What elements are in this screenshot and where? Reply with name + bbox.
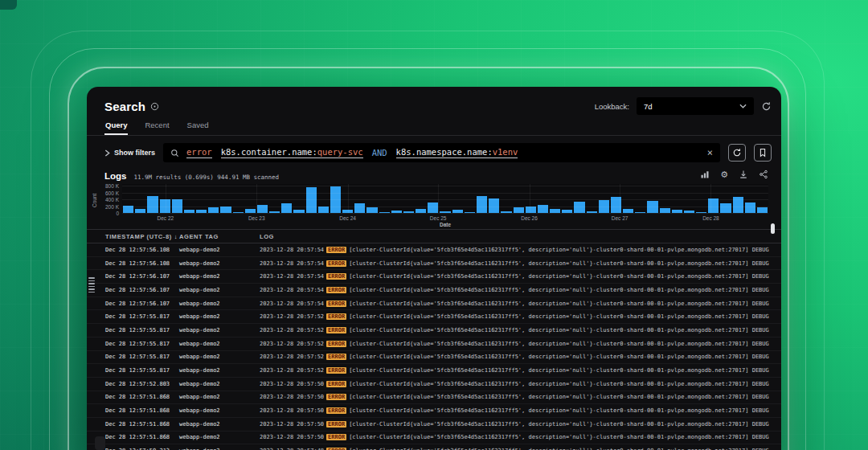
log-message: [cluster-ClusterId{value='5fcb3f65e4d5ac… (349, 367, 769, 374)
tab-recent[interactable]: Recent (144, 121, 170, 135)
cell-log: 2023-12-28 20:57:50ERROR[cluster-Cluster… (260, 394, 781, 400)
results-histogram: Count 800 K600 K400 K200 K0Dec 22Dec 23D… (87, 182, 781, 227)
histogram-bar[interactable] (220, 207, 231, 213)
error-badge: ERROR (326, 247, 346, 253)
cell-timestamp: Dec 28 12:57:55.817 (105, 313, 179, 320)
query-token[interactable]: AND (372, 148, 387, 158)
y-tick-label: 0 (116, 211, 119, 216)
log-message: [cluster-ClusterId{value='5fcb3f65e4d5ac… (349, 434, 769, 440)
error-badge: ERROR (326, 381, 346, 387)
page-title: Search (104, 100, 145, 113)
table-row[interactable]: Dec 28 12:57:55.817webapp-demo22023-12-2… (87, 351, 781, 365)
histogram-bar[interactable] (366, 207, 377, 213)
error-badge: ERROR (326, 260, 346, 267)
y-tick-label: 400 K (105, 197, 119, 202)
log-time: 2023-12-28 20:57:52 (260, 367, 324, 374)
cell-agent-tag: webapp-demo2 (179, 313, 260, 320)
log-time: 2023-12-28 20:57:52 (260, 354, 324, 360)
table-row[interactable]: Dec 28 12:57:55.817webapp-demo22023-12-2… (87, 310, 781, 324)
lookback-select[interactable]: 7d (637, 97, 754, 115)
x-gridline (348, 184, 349, 213)
column-header-timestamp-utc-8[interactable]: TIMESTAMP (UTC-8)↓ (105, 233, 179, 240)
table-row[interactable]: Dec 28 12:57:56.108webapp-demo22023-12-2… (87, 243, 781, 257)
cell-timestamp: Dec 28 12:57:56.108 (105, 247, 179, 253)
table-row[interactable]: Dec 28 12:57:51.868webapp-demo22023-12-2… (87, 391, 781, 405)
histogram-bar[interactable] (757, 207, 768, 213)
histogram-bar[interactable] (477, 196, 487, 213)
clear-query-icon[interactable]: × (707, 148, 713, 158)
app-window: Search Lookback: 7d (87, 87, 781, 450)
histogram-bar[interactable] (720, 203, 731, 213)
histogram-bar[interactable] (318, 207, 329, 213)
query-token[interactable]: error (186, 147, 212, 158)
cell-agent-tag: webapp-demo2 (179, 434, 260, 440)
sort-desc-icon[interactable]: ↓ (174, 233, 178, 240)
run-query-button[interactable] (728, 144, 746, 162)
cell-timestamp: Dec 28 12:57:55.817 (105, 367, 179, 374)
lookback-label: Lookback: (595, 102, 629, 111)
table-row[interactable]: Dec 28 12:57:56.107webapp-demo22023-12-2… (87, 284, 781, 297)
histogram-bar[interactable] (514, 207, 524, 213)
table-row[interactable]: Dec 28 12:57:55.817webapp-demo22023-12-2… (87, 338, 781, 351)
log-time: 2023-12-28 20:57:50 (260, 394, 324, 400)
table-row[interactable]: Dec 28 12:57:55.817webapp-demo22023-12-2… (87, 324, 781, 338)
error-badge: ERROR (326, 301, 346, 307)
cell-log: 2023-12-28 20:57:54ERROR[cluster-Cluster… (260, 301, 781, 307)
drag-grip[interactable] (88, 277, 95, 292)
query-token[interactable]: k8s.container.name:query-svc (221, 147, 363, 158)
gear-icon[interactable]: ⚙ (720, 170, 728, 179)
column-header-agent-tag[interactable]: AGENT TAG (179, 233, 260, 240)
lookback-control: Lookback: 7d (595, 97, 772, 115)
histogram-bar[interactable] (281, 203, 292, 213)
histogram-bar[interactable] (574, 202, 584, 213)
bar-chart-icon[interactable] (700, 170, 710, 179)
histogram-bar[interactable] (647, 201, 657, 213)
page-background: Search Lookback: 7d (0, 0, 868, 450)
log-message: [cluster-ClusterId{value='5fcb3f65e4d5ac… (349, 394, 769, 400)
x-gridline (256, 184, 257, 213)
histogram-bar[interactable] (745, 202, 755, 213)
search-query-input[interactable]: errork8s.container.name:query-svcANDk8s.… (163, 143, 720, 162)
table-row[interactable]: Dec 28 12:57:56.107webapp-demo22023-12-2… (87, 270, 781, 284)
histogram-bar[interactable] (147, 196, 158, 213)
table-row[interactable]: Dec 28 12:57:56.108webapp-demo22023-12-2… (87, 257, 781, 271)
log-message: [cluster-ClusterId{value='5fcb3f65e4d5ac… (349, 407, 769, 414)
histogram-bar[interactable] (354, 203, 365, 213)
table-row[interactable]: Dec 28 12:57:52.803webapp-demo22023-12-2… (87, 378, 781, 391)
y-gridline (122, 207, 768, 207)
log-time: 2023-12-28 20:57:54 (260, 287, 324, 293)
table-row[interactable]: Dec 28 12:57:56.107webapp-demo22023-12-2… (87, 297, 781, 311)
table-row[interactable]: Dec 28 12:57:55.817webapp-demo22023-12-2… (87, 364, 781, 378)
histogram-bar[interactable] (428, 202, 438, 213)
x-tick-label: Dec 23 (248, 215, 265, 221)
info-icon[interactable] (150, 102, 159, 111)
log-time: 2023-12-28 20:57:54 (260, 247, 324, 253)
error-badge: ERROR (326, 434, 346, 440)
table-row[interactable]: Dec 28 12:57:51.868webapp-demo22023-12-2… (87, 418, 781, 432)
log-message: [cluster-ClusterId{value='5fcb3f65e4d5ac… (349, 327, 769, 333)
save-query-button[interactable] (754, 144, 772, 162)
histogram-bar[interactable] (526, 207, 536, 213)
share-icon[interactable] (759, 170, 768, 179)
table-row[interactable]: Dec 28 12:57:51.868webapp-demo22023-12-2… (87, 432, 781, 445)
x-tick-label: Dec 27 (612, 215, 628, 221)
cell-agent-tag: webapp-demo2 (179, 341, 260, 347)
refresh-lookback-icon[interactable] (761, 101, 772, 112)
table-row[interactable]: Dec 28 12:57:50.213webapp-demo22023-12-2… (87, 444, 781, 450)
x-gridline (710, 184, 711, 213)
log-time: 2023-12-28 20:57:54 (260, 260, 324, 267)
query-token[interactable]: k8s.namespace.name:v1env (396, 147, 518, 158)
y-gridline (122, 186, 768, 186)
y-tick-label: 600 K (105, 190, 119, 195)
column-header-log[interactable]: LOG (260, 233, 781, 240)
cell-log: 2023-12-28 20:57:50ERROR[cluster-Cluster… (260, 407, 781, 414)
download-icon[interactable] (739, 170, 748, 179)
cell-log: 2023-12-28 20:57:50ERROR[cluster-Cluster… (260, 434, 781, 440)
tab-query[interactable]: Query (104, 121, 128, 135)
window-header: Search Lookback: 7d (87, 87, 781, 116)
log-time: 2023-12-28 20:57:52 (260, 313, 324, 320)
table-row[interactable]: Dec 28 12:57:51.868webapp-demo22023-12-2… (87, 404, 781, 418)
tab-saved[interactable]: Saved (186, 121, 210, 135)
scrollbar-thumb[interactable] (771, 223, 775, 234)
show-filters-toggle[interactable]: Show filters (104, 149, 155, 157)
